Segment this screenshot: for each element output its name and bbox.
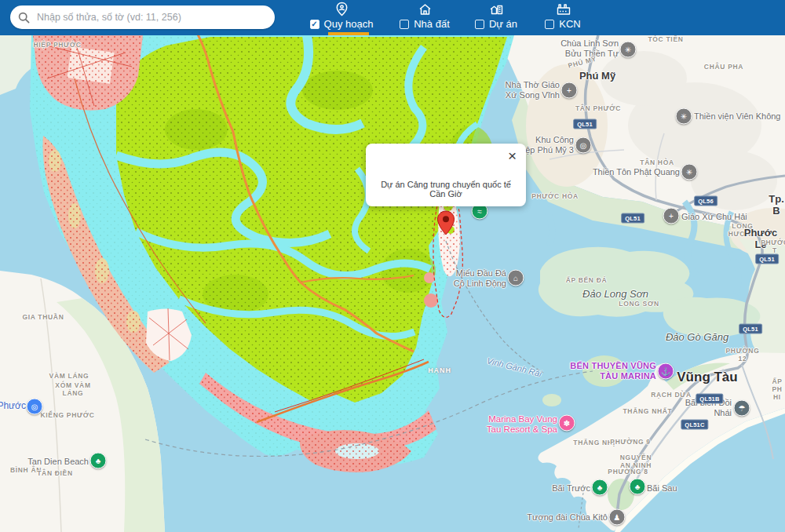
tab-label-kcn: KCN	[559, 18, 580, 30]
tab-du-an[interactable]: Dự án	[474, 0, 518, 35]
tab-label-du-an: Dự án	[489, 18, 517, 30]
map-container[interactable]: HIỆP PHƯỚC TÓC TIÊN Chùa Linh Sơn Bửu Th…	[0, 35, 785, 532]
project-marker-pin[interactable]	[436, 210, 455, 239]
industrial-park-icon[interactable]: ◎	[575, 137, 592, 154]
statue-icon[interactable]: ♟	[609, 509, 626, 526]
active-tab-underline	[328, 32, 369, 35]
resort-icon[interactable]: ✽	[559, 415, 575, 432]
tab-label-quy-hoach: Quy hoạch	[324, 18, 374, 30]
popup-text: Dự án Cảng trung chuyển quốc tế Cần Giờ	[372, 180, 520, 199]
layer-tabs: ✓ Quy hoạch Nhà đất	[312, 0, 582, 35]
marina-icon[interactable]: ⚓	[658, 363, 674, 380]
road-badge-ql51: QL51	[739, 324, 762, 334]
quy-hoach-checkbox[interactable]: ✓	[310, 20, 319, 29]
church-icon[interactable]: +	[561, 82, 578, 99]
person-pin-icon	[334, 2, 350, 17]
search-box[interactable]	[10, 5, 275, 29]
road-badge-ql51: QL51	[621, 213, 644, 224]
app-window: HIỆP PHƯỚC TÓC TIÊN Chùa Linh Sơn Bửu Th…	[0, 0, 785, 532]
search-input[interactable]	[35, 11, 267, 24]
map-canvas[interactable]	[0, 35, 785, 532]
project-info-popup: × Dự án Cảng trung chuyển quốc tế Cần Gi…	[366, 144, 526, 206]
store-icon[interactable]: ◎	[27, 399, 43, 415]
nha-dat-checkbox[interactable]	[400, 20, 409, 29]
temple-icon[interactable]: ✳	[681, 164, 698, 180]
kcn-checkbox[interactable]	[545, 20, 554, 29]
beach-icon[interactable]: ♣	[592, 479, 608, 496]
temple-icon[interactable]: ✳	[620, 42, 637, 58]
du-an-checkbox[interactable]	[475, 20, 484, 29]
road-badge-ql56: QL56	[694, 196, 717, 206]
tab-nha-dat[interactable]: Nhà đất	[399, 0, 451, 35]
beach-icon[interactable]: ☂	[734, 400, 750, 417]
top-bar: ✓ Quy hoạch Nhà đất	[0, 0, 785, 35]
tab-quy-hoach[interactable]: ✓ Quy hoạch	[312, 0, 371, 35]
tab-kcn[interactable]: KCN	[543, 0, 582, 35]
search-icon	[18, 12, 30, 24]
close-icon[interactable]: ×	[508, 148, 517, 163]
park-icon[interactable]: ♣	[90, 453, 107, 469]
road-badge-ql51b: QL51B	[696, 394, 723, 404]
shrine-icon[interactable]: ⌂	[508, 270, 524, 286]
road-badge-ql51: QL51	[573, 119, 597, 129]
road-badge-ql51: QL51	[755, 254, 779, 264]
house-icon	[417, 2, 433, 17]
tab-label-nha-dat: Nhà đất	[414, 18, 450, 30]
road-badge-ql51c: QL51C	[681, 420, 708, 430]
temple-icon[interactable]: ✳	[676, 108, 692, 125]
check-icon: ✓	[311, 20, 317, 28]
beach-icon[interactable]: ♣	[630, 479, 646, 495]
church-icon[interactable]: +	[663, 208, 680, 224]
buildings-icon	[488, 2, 505, 17]
factory-icon	[555, 2, 571, 17]
